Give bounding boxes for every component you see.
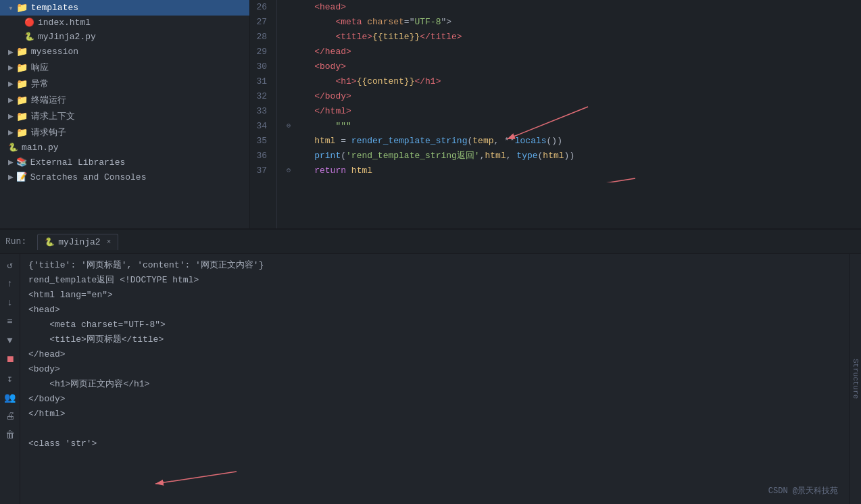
- run-panel: Run: 🐍 myJinja2 × ↺ ↑ ↓ ≡ ▼ ⏹ ↧ 👥 🖨 🗑 {'…: [0, 230, 861, 504]
- gutter-37: ⊖: [285, 163, 292, 178]
- sidebar-item-external-libraries[interactable]: ▶ 📚 External Libraries: [0, 155, 249, 170]
- sidebar-item-label: index.html: [38, 18, 91, 28]
- sidebar-item-label: 响应: [31, 61, 49, 74]
- folder-icon: 📁: [16, 127, 28, 138]
- gutter-30: [285, 59, 292, 74]
- output-line-12: [28, 422, 841, 436]
- output-line-9: <h1>网页正文内容</h1>: [28, 377, 841, 392]
- arrow-icon: ▶: [8, 157, 14, 168]
- output-line-3: <html lang="en">: [28, 288, 841, 303]
- tab-py-icon: 🐍: [45, 237, 55, 247]
- run-toolbar: ↺ ↑ ↓ ≡ ▼ ⏹ ↧ 👥 🖨 🗑: [0, 254, 20, 504]
- rerun-button[interactable]: ↺: [2, 257, 18, 273]
- wrap-button[interactable]: ≡: [2, 313, 18, 330]
- code-line-35: html = render_template_string(temp, **lo…: [285, 134, 861, 149]
- sidebar-item-label: 请求上下文: [31, 110, 75, 122]
- sidebar-item-index-html[interactable]: 🔴 index.html: [0, 16, 249, 30]
- sidebar-item-label: 终端运行: [31, 94, 66, 106]
- external-icon: 📚: [16, 157, 27, 168]
- sidebar-item-exception[interactable]: ▶ 📁 异常: [0, 76, 249, 92]
- code-line-28: <title>{{title}}</title>: [285, 30, 861, 45]
- sidebar-item-label: 请求钩子: [31, 126, 66, 138]
- code-line-30: <body>: [285, 59, 861, 74]
- svg-line-5: [155, 472, 237, 484]
- code-line-36: print('rend_template_string返回',html, typ…: [285, 149, 861, 163]
- sidebar-item-main-py[interactable]: 🐍 main.py: [0, 141, 249, 155]
- gutter-32: [285, 89, 292, 104]
- output-line-1: {'title': '网页标题', 'content': '网页正文内容'}: [28, 258, 841, 273]
- output-line-7: </head>: [28, 347, 841, 362]
- py-file-icon: 🐍: [8, 143, 18, 153]
- watermark: CSDN @景天科技苑: [768, 484, 838, 499]
- run-label: Run:: [5, 236, 32, 247]
- code-line-37: ⊖ return html: [285, 163, 861, 178]
- arrow-icon: ▶: [8, 95, 14, 105]
- sidebar-item-response[interactable]: ▶ 📁 响应: [0, 59, 249, 76]
- collapse-button[interactable]: ▼: [2, 332, 18, 349]
- py-file-icon: 🐍: [24, 32, 34, 42]
- arrow-icon: ▶: [8, 127, 14, 138]
- gutter-33: [285, 104, 292, 119]
- sidebar-item-request-context[interactable]: ▶ 📁 请求上下文: [0, 108, 249, 124]
- print-button[interactable]: 🖨: [2, 408, 18, 424]
- output-line-10: </body>: [28, 392, 841, 407]
- folder-icon: 📁: [16, 111, 28, 122]
- arrow-icon: ▶: [8, 47, 14, 57]
- sidebar-item-request-hook[interactable]: ▶ 📁 请求钩子: [0, 124, 249, 141]
- gutter-36: [285, 149, 292, 163]
- stop-button[interactable]: ⏹: [2, 351, 18, 368]
- arrow-icon: ▾: [8, 3, 14, 14]
- sidebar-item-label: External Libraries: [30, 157, 125, 168]
- run-tab-myjinja2[interactable]: 🐍 myJinja2 ×: [37, 234, 118, 250]
- code-line-29: </head>: [285, 45, 861, 59]
- structure-label: Structure: [852, 359, 860, 399]
- sidebar-item-terminal[interactable]: ▶ 📁 终端运行: [0, 92, 249, 108]
- code-line-32: </body>: [285, 89, 861, 104]
- sidebar-item-label: myJinja2.py: [38, 32, 96, 42]
- structure-panel[interactable]: Structure: [849, 254, 861, 504]
- output-line-11: </html>: [28, 407, 841, 422]
- code-editor: 26 27 28 29 30 31 32 33 34 35 36 37 <hea…: [250, 0, 861, 228]
- run-content-area: ↺ ↑ ↓ ≡ ▼ ⏹ ↧ 👥 🖨 🗑 {'title': '网页标题', 'c…: [0, 254, 861, 504]
- folder-icon: 📁: [16, 2, 28, 14]
- code-line-26: <head>: [285, 0, 861, 15]
- gutter-27: [285, 15, 292, 30]
- arrow-icon: ▶: [8, 78, 14, 89]
- gutter-29: [285, 45, 292, 59]
- folder-icon: 📁: [16, 62, 28, 74]
- sidebar-item-templates[interactable]: ▾ 📁 templates: [0, 0, 249, 16]
- sidebar-item-label: 异常: [31, 78, 49, 90]
- sidebar-item-label: main.py: [22, 143, 59, 153]
- output-line-4: <head>: [28, 303, 841, 318]
- sidebar-item-scratches[interactable]: ▶ 📝 Scratches and Consoles: [0, 170, 249, 184]
- code-line-34: ⊖ """: [285, 119, 861, 134]
- arrow-icon: ▶: [8, 172, 14, 182]
- arrow-icon: ▶: [8, 111, 14, 122]
- scroll-down-button[interactable]: ↓: [2, 295, 18, 311]
- output-arrow-annotation: [20, 465, 291, 492]
- code-line-27: <meta charset="UTF-8">: [285, 15, 861, 30]
- file-tree: ▾ 📁 templates 🔴 index.html 🐍 myJinja2.py…: [0, 0, 250, 228]
- arrow-icon: ▶: [8, 62, 14, 73]
- close-tab-button[interactable]: ×: [107, 238, 112, 246]
- gutter-26: [285, 0, 292, 15]
- gutter-34: ⊖: [285, 119, 292, 134]
- code-line-33: </html>: [285, 104, 861, 119]
- sidebar-item-mysession[interactable]: ▶ 📁 mysession: [0, 44, 249, 59]
- settings-button[interactable]: 👥: [2, 389, 18, 405]
- output-line-6: <title>网页标题</title>: [28, 332, 841, 347]
- output-line-2: rend_template返回 <!DOCTYPE html>: [28, 273, 841, 288]
- line-numbers: 26 27 28 29 30 31 32 33 34 35 36 37: [250, 0, 277, 228]
- code-lines[interactable]: <head> <meta charset="UTF-8"> <title>{{t…: [277, 0, 861, 228]
- html-file-icon: 🔴: [24, 18, 34, 28]
- output-line-8: <body>: [28, 362, 841, 377]
- scroll-up-button[interactable]: ↑: [2, 276, 18, 292]
- output-line-13: <class 'str'>: [28, 436, 841, 451]
- clear-button[interactable]: 🗑: [2, 427, 18, 443]
- sidebar-item-myjinja2[interactable]: 🐍 myJinja2.py: [0, 30, 249, 44]
- gutter-35: [285, 134, 292, 149]
- pin-button[interactable]: ↧: [2, 370, 18, 386]
- gutter-28: [285, 30, 292, 45]
- run-output: {'title': '网页标题', 'content': '网页正文内容'} r…: [20, 254, 849, 504]
- run-tab-bar: Run: 🐍 myJinja2 ×: [0, 230, 861, 254]
